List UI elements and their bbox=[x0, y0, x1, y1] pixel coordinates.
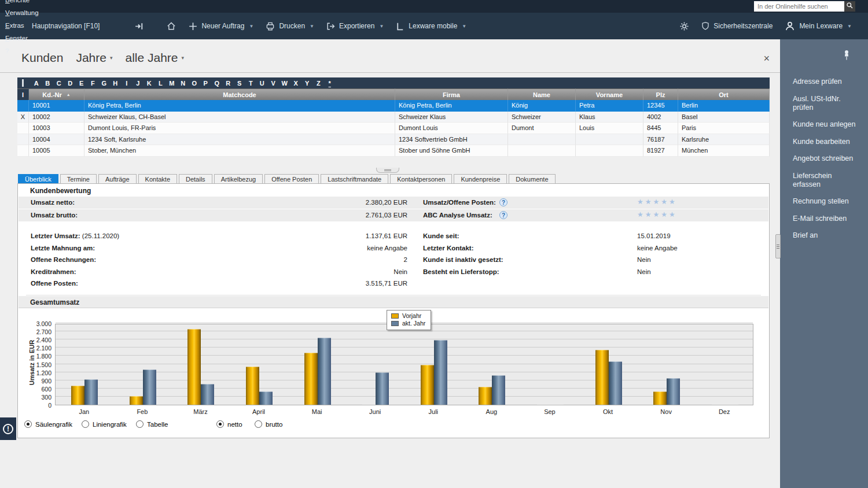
alphabet-letter-s[interactable]: S bbox=[234, 80, 245, 87]
help-icon[interactable]: ? bbox=[499, 211, 507, 219]
sidebar-item-rechnung-stellen[interactable]: Rechnung stellen bbox=[780, 197, 868, 206]
tab-kontakte[interactable]: Kontakte bbox=[138, 174, 177, 184]
filter-alle-jahre[interactable]: alle Jahre ▾ bbox=[125, 51, 184, 65]
drucken-button[interactable]: Drucken▼ bbox=[259, 13, 320, 39]
column-header-vorname[interactable]: Vorname bbox=[576, 88, 643, 100]
help-icon[interactable]: ? bbox=[499, 198, 507, 206]
sidebar-item-brief-an[interactable]: Brief an bbox=[780, 231, 868, 240]
alphabet-letter-v[interactable]: V bbox=[268, 80, 279, 87]
row-flag-cell bbox=[17, 100, 29, 112]
onlinehilfe-search-input[interactable] bbox=[754, 1, 844, 12]
alphabet-letter-g[interactable]: G bbox=[98, 80, 110, 87]
tab-details[interactable]: Details bbox=[179, 174, 212, 184]
tab-offene-posten[interactable]: Offene Posten bbox=[264, 174, 319, 184]
radio-tabelle[interactable]: Tabelle bbox=[136, 420, 168, 428]
tab-berblick[interactable]: Überblick bbox=[18, 174, 58, 184]
menu-item-item[interactable]: ? bbox=[0, 45, 44, 57]
column-header-kd-nr[interactable]: Kd.-Nr▲ bbox=[29, 88, 84, 100]
alphabet-letter-p[interactable]: P bbox=[200, 80, 212, 87]
mein-lexware-button[interactable]: Mein Lexware ▼ bbox=[778, 13, 858, 39]
vertical-splitter-handle[interactable] bbox=[775, 234, 781, 258]
chart-bar-akt-jahr-juni bbox=[376, 372, 389, 405]
alphabet-letter-j[interactable]: J bbox=[133, 80, 144, 87]
menu-item-verwaltung[interactable]: Verwaltung bbox=[0, 6, 44, 19]
stat-label: Kreditrahmen: bbox=[31, 268, 76, 275]
tab-artikelbezug[interactable]: Artikelbezug bbox=[214, 174, 263, 184]
horizontal-splitter-handle[interactable] bbox=[376, 168, 399, 173]
alphabet-letter-t[interactable]: T bbox=[245, 80, 257, 87]
alphabet-letter-a[interactable]: A bbox=[31, 80, 42, 87]
radio-liniengrafik[interactable]: Liniengrafik bbox=[82, 420, 127, 428]
settings-button[interactable] bbox=[674, 13, 695, 39]
column-header-i[interactable]: I bbox=[17, 88, 29, 100]
column-header-firma[interactable]: Firma bbox=[395, 88, 508, 100]
alphabet-letter-c[interactable]: C bbox=[53, 80, 65, 87]
sidebar-item-e-mail-schreiben[interactable]: E-Mail schreiben bbox=[780, 215, 868, 223]
sidebar-item-ausl-ust-idnr-pr-fen[interactable]: Ausl. USt-IdNr. prüfen bbox=[780, 95, 868, 112]
alphabet-letter-k[interactable]: K bbox=[144, 80, 155, 87]
alphabet-letter-r[interactable]: R bbox=[223, 80, 234, 87]
column-header-matchcode[interactable]: Matchcode bbox=[84, 88, 395, 100]
tab-termine[interactable]: Termine bbox=[60, 174, 97, 184]
lexware-mobile-button[interactable]: Lexware mobile▼ bbox=[389, 13, 472, 39]
alphabet-letter-y[interactable]: Y bbox=[301, 80, 313, 87]
exportieren-button[interactable]: Exportieren▼ bbox=[320, 13, 389, 39]
menu-item-extras[interactable]: Extras bbox=[0, 19, 44, 32]
radio-netto[interactable]: netto bbox=[216, 420, 242, 428]
pushpin-icon[interactable] bbox=[843, 50, 851, 64]
chevron-down-icon: ▼ bbox=[249, 24, 253, 29]
chart-gridline bbox=[56, 396, 753, 397]
column-header-name[interactable]: Name bbox=[508, 88, 576, 100]
sidebar-item-angebot-schreiben[interactable]: Angebot schreiben bbox=[780, 154, 868, 163]
sidebar-item-kunde-bearbeiten[interactable]: Kunde bearbeiten bbox=[780, 138, 868, 146]
notification-block[interactable]: ! bbox=[0, 417, 16, 440]
alphabet-letter-o[interactable]: O bbox=[189, 80, 200, 87]
sidebar-item-kunde-neu-anlegen[interactable]: Kunde neu anlegen bbox=[780, 120, 868, 129]
column-header-plz[interactable]: Plz bbox=[643, 88, 678, 100]
alphabet-letter-m[interactable]: M bbox=[166, 80, 178, 87]
table-row[interactable]: X10002Schweizer Klaus, CH-BaselSchweizer… bbox=[17, 112, 770, 123]
filter-jahre[interactable]: Jahre ▾ bbox=[76, 51, 112, 65]
table-cell: Dumont bbox=[508, 123, 576, 134]
alphabet-letter-d[interactable]: D bbox=[65, 80, 76, 87]
sidebar-item-adresse-pr-fen[interactable]: Adresse prüfen bbox=[780, 77, 868, 86]
alphabet-letter-n[interactable]: N bbox=[178, 80, 189, 87]
table-row[interactable]: 10005Stober, MünchenStober und Söhne Gmb… bbox=[17, 145, 770, 157]
alphabet-letter-b[interactable]: B bbox=[42, 80, 54, 87]
alphabet-letter-x[interactable]: X bbox=[290, 80, 302, 87]
tab-auftr-ge[interactable]: Aufträge bbox=[98, 174, 137, 184]
close-icon[interactable]: × bbox=[763, 54, 770, 62]
stat-label: Kunde ist inaktiv gesetzt: bbox=[423, 256, 503, 263]
column-header-ort[interactable]: Ort bbox=[678, 88, 770, 100]
table-row[interactable]: 10003Dumont Louis, FR-ParisDumont LouisD… bbox=[17, 123, 770, 134]
radio-brutto[interactable]: brutto bbox=[255, 420, 282, 428]
sicherheitszentrale-button[interactable]: Sicherheitszentrale bbox=[695, 13, 778, 39]
alphabet-letter-h[interactable]: H bbox=[110, 80, 122, 87]
sidebar-item-lieferschein-erfassen[interactable]: Lieferschein erfassen bbox=[780, 172, 868, 189]
neuer-auftrag-button[interactable]: Neuer Auftrag▼ bbox=[182, 13, 259, 39]
alphabet-letter-l[interactable]: L bbox=[155, 80, 167, 87]
alphabet-letter-e[interactable]: E bbox=[76, 80, 87, 87]
home-button[interactable] bbox=[160, 13, 182, 39]
search-button[interactable] bbox=[844, 1, 855, 12]
table-row[interactable]: 100041234 Soft, Karlsruhe1234 Softvertri… bbox=[17, 134, 770, 146]
menu-item-fenster[interactable]: Fenster bbox=[0, 32, 44, 45]
table-row[interactable]: 10001König Petra, BerlinKönig Petra, Ber… bbox=[17, 100, 770, 112]
alphabet-letter-i[interactable]: I bbox=[121, 80, 133, 87]
alphabet-letter-q[interactable]: Q bbox=[211, 80, 223, 87]
alphabet-letter-w[interactable]: W bbox=[279, 80, 290, 87]
menu-item-berichte[interactable]: Berichte bbox=[0, 0, 44, 6]
pin-toolbar-icon[interactable] bbox=[128, 13, 150, 39]
tab-kontaktpersonen[interactable]: Kontaktpersonen bbox=[390, 174, 452, 184]
tab-lastschriftmandate[interactable]: Lastschriftmandate bbox=[321, 174, 388, 184]
section-title-kundenbewertung: Kundenbewertung bbox=[30, 187, 91, 195]
radio-s-ulengrafik[interactable]: Säulengrafik bbox=[24, 420, 72, 428]
tab-dokumente[interactable]: Dokumente bbox=[509, 174, 555, 184]
chart-y-tick: 1.800 bbox=[18, 353, 52, 360]
alphabet-letter-f[interactable]: F bbox=[87, 80, 99, 87]
stat-label: Umsatz netto: bbox=[31, 199, 75, 206]
alphabet-letter-asterisk[interactable]: * bbox=[324, 80, 336, 87]
alphabet-letter-u[interactable]: U bbox=[256, 80, 268, 87]
alphabet-letter-z[interactable]: Z bbox=[313, 80, 325, 87]
tab-kundenpreise[interactable]: Kundenpreise bbox=[454, 174, 507, 184]
